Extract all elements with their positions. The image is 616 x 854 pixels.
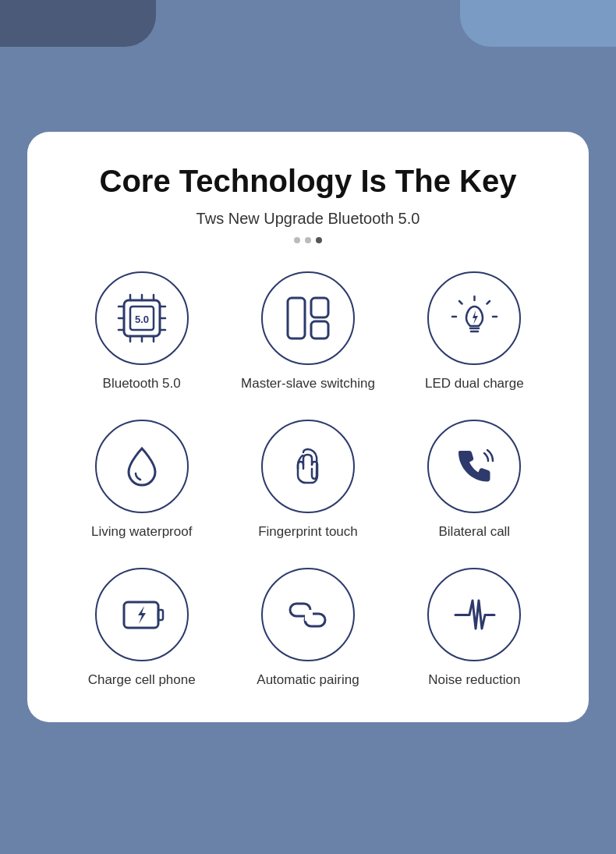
page-subtitle: Tws New Upgrade Bluetooth 5.0 <box>58 210 558 228</box>
led-charge-label: LED dual charge <box>425 376 524 392</box>
noise-reduction-icon-circle <box>427 568 521 661</box>
auto-pairing-icon-circle <box>261 568 355 661</box>
waterproof-label: Living waterproof <box>91 524 192 540</box>
svg-text:5.0: 5.0 <box>135 314 149 325</box>
dot-2[interactable] <box>305 237 311 243</box>
waveform-icon <box>449 590 500 640</box>
feature-led-charge: LED dual charge <box>391 271 558 392</box>
link-chain-icon <box>282 590 333 640</box>
svg-line-19 <box>487 301 490 304</box>
master-slave-icon <box>281 292 335 345</box>
water-drop-icon <box>118 442 166 491</box>
bilateral-call-label: Bilateral call <box>438 524 510 540</box>
bluetooth-label: Bluetooth 5.0 <box>103 376 181 392</box>
noise-reduction-label: Noise reduction <box>428 672 520 688</box>
svg-line-21 <box>459 301 462 304</box>
svg-rect-30 <box>305 614 313 618</box>
svg-rect-26 <box>158 610 163 620</box>
master-slave-icon-circle <box>261 271 355 365</box>
carousel-dots <box>58 237 558 243</box>
main-card: Core Technology Is The Key Tws New Upgra… <box>27 132 589 722</box>
bilateral-call-icon-circle <box>427 420 521 513</box>
charge-phone-label: Charge cell phone <box>88 672 196 688</box>
svg-rect-16 <box>311 298 328 317</box>
dot-1[interactable] <box>294 237 300 243</box>
dot-3[interactable] <box>316 237 322 243</box>
svg-rect-17 <box>311 321 328 338</box>
led-charge-icon-circle <box>427 271 521 365</box>
feature-master-slave: Master-slave switching <box>225 271 391 392</box>
feature-bluetooth: 5.0 Bluetooth 5.0 <box>58 271 225 392</box>
charge-phone-icon-circle <box>95 568 189 661</box>
page-title: Core Technology Is The Key <box>58 163 558 199</box>
feature-auto-pairing: Automatic pairing <box>225 568 391 688</box>
phone-wave-icon <box>449 441 500 492</box>
feature-charge-phone: Charge cell phone <box>58 568 225 688</box>
feature-noise-reduction: Noise reduction <box>391 568 558 688</box>
bluetooth-icon-circle: 5.0 <box>95 271 189 365</box>
feature-fingerprint: Fingerprint touch <box>225 420 391 540</box>
features-grid: 5.0 Bluetooth 5.0 <box>58 271 558 688</box>
fingerprint-icon-circle <box>261 420 355 513</box>
master-slave-label: Master-slave switching <box>241 376 375 392</box>
bluetooth-chip-icon: 5.0 <box>115 291 169 345</box>
waterproof-icon-circle <box>95 420 189 513</box>
feature-waterproof: Living waterproof <box>58 420 225 540</box>
fingerprint-icon <box>282 441 333 492</box>
auto-pairing-label: Automatic pairing <box>257 672 359 688</box>
fingerprint-label: Fingerprint touch <box>258 524 358 540</box>
svg-rect-15 <box>288 298 305 338</box>
feature-bilateral-call: Bilateral call <box>391 420 558 540</box>
led-bulb-icon <box>449 293 500 344</box>
battery-charge-icon <box>116 590 167 640</box>
